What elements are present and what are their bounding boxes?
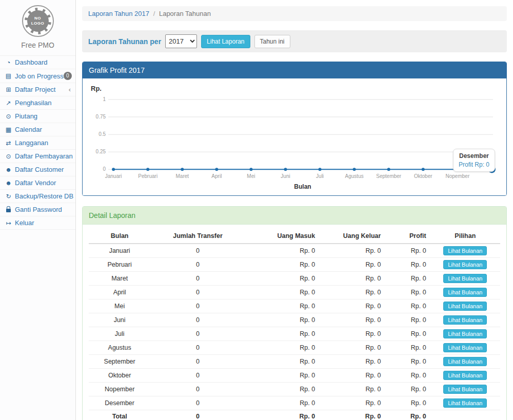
table-row: Maret 0 Rp. 0 Rp. 0 Rp. 0 Lihat Bulanan <box>89 272 500 286</box>
count-badge: 0 <box>64 72 72 80</box>
total-label: Total <box>89 410 150 420</box>
cell-uang-masuk: Rp. 0 <box>245 383 319 396</box>
sidebar-item-daftar-customer[interactable]: ☻ Daftar Customer <box>0 163 75 176</box>
view-report-button[interactable]: Lihat Laporan <box>201 35 250 48</box>
table-row: Desember 0 Rp. 0 Rp. 0 Rp. 0 Lihat Bulan… <box>89 396 500 410</box>
sidebar-item-job-on-progress[interactable]: ▤ Job on Progress 0 <box>0 69 75 83</box>
view-monthly-button[interactable]: Lihat Bulanan <box>443 329 487 338</box>
data-point[interactable] <box>146 168 149 171</box>
x-tick-label: Januari <box>105 173 122 179</box>
view-monthly-button[interactable]: Lihat Bulanan <box>443 288 487 297</box>
year-select[interactable]: 2017 <box>165 34 197 48</box>
sidebar-item-piutang[interactable]: ⊙ Piutang <box>0 110 75 123</box>
cell-profit: Rp. 0 <box>385 299 430 313</box>
data-point[interactable] <box>353 168 356 171</box>
chart-tooltip: Desember Profit Rp: 0 <box>453 149 495 172</box>
cell-profit: Rp. 0 <box>385 396 430 410</box>
cell-bulan: September <box>89 355 150 369</box>
cell-profit: Rp. 0 <box>385 258 430 272</box>
sidebar-item-daftar-pembayaran[interactable]: ⊙ Daftar Pembayaran <box>0 150 75 163</box>
x-tick-label: April <box>211 173 222 179</box>
sidebar-item-daftar-project[interactable]: ⊞ Daftar Project ‹ <box>0 83 75 96</box>
cell-uang-keluar: Rp. 0 <box>319 341 385 355</box>
table-row: September 0 Rp. 0 Rp. 0 Rp. 0 Lihat Bula… <box>89 355 500 369</box>
sidebar-item-label: Ganti Password <box>15 206 62 213</box>
x-tick-label: Pebruari <box>138 173 157 179</box>
logo-text-line2: LOGO <box>31 21 45 26</box>
sidebar-item-backup-restore-db[interactable]: ↻ Backup/Restore DB <box>0 190 75 203</box>
x-tick-label: Juni <box>281 173 290 179</box>
table-total-row: Total 0 Rp. 0 Rp. 0 Rp. 0 <box>89 410 500 420</box>
cell-uang-masuk: Rp. 0 <box>245 258 319 272</box>
cell-profit: Rp. 0 <box>385 355 430 369</box>
cell-bulan: Maret <box>89 272 150 286</box>
calendar-icon: ▦ <box>5 126 12 133</box>
header-pilihan: Pilihan <box>430 229 500 244</box>
cell-bulan: Pebruari <box>89 258 150 272</box>
data-point[interactable] <box>249 168 252 171</box>
cell-bulan: Desember <box>89 396 150 410</box>
view-monthly-button[interactable]: Lihat Bulanan <box>443 274 487 283</box>
view-monthly-button[interactable]: Lihat Bulanan <box>443 343 487 352</box>
cell-jumlah-transfer: 0 <box>150 299 245 313</box>
table-icon: ⊞ <box>5 86 12 93</box>
cell-uang-keluar: Rp. 0 <box>319 244 385 258</box>
sidebar-item-label: Penghasilan <box>15 99 52 107</box>
sidebar-item-dashboard[interactable]: ◔ Dashboard <box>0 56 75 69</box>
sidebar-item-label: Daftar Vendor <box>15 179 56 187</box>
total-uang-keluar: Rp. 0 <box>319 410 385 420</box>
sidebar-item-keluar[interactable]: ↦ Keluar <box>0 216 75 230</box>
data-point[interactable] <box>422 168 425 171</box>
cell-bulan: Mei <box>89 299 150 313</box>
view-monthly-button[interactable]: Lihat Bulanan <box>443 260 487 269</box>
view-monthly-button[interactable]: Lihat Bulanan <box>443 371 487 380</box>
view-monthly-button[interactable]: Lihat Bulanan <box>443 302 487 311</box>
sidebar-item-penghasilan[interactable]: ↗ Penghasilan <box>0 96 75 110</box>
cell-uang-masuk: Rp. 0 <box>245 369 319 383</box>
view-monthly-button[interactable]: Lihat Bulanan <box>443 246 487 255</box>
table-row: Juli 0 Rp. 0 Rp. 0 Rp. 0 Lihat Bulanan <box>89 327 500 341</box>
table-row: Oktober 0 Rp. 0 Rp. 0 Rp. 0 Lihat Bulana… <box>89 369 500 383</box>
view-monthly-button[interactable]: Lihat Bulanan <box>443 398 487 408</box>
breadcrumb-link-laporan-tahun[interactable]: Laporan Tahun 2017 <box>88 10 149 17</box>
table-row: Pebruari 0 Rp. 0 Rp. 0 Rp. 0 Lihat Bulan… <box>89 258 500 272</box>
sidebar-item-langganan[interactable]: ⇄ Langganan <box>0 136 75 150</box>
x-tick-label: Oktober <box>414 173 432 179</box>
sidebar-item-daftar-vendor[interactable]: ☻ Daftar Vendor <box>0 176 75 190</box>
cell-jumlah-transfer: 0 <box>150 341 245 355</box>
data-point[interactable] <box>181 168 184 171</box>
table-header-row: Bulan Jumlah Transfer Uang Masuk Uang Ke… <box>89 229 500 244</box>
sidebar-item-label: Job on Progress <box>15 72 64 80</box>
chart-tooltip-value: Profit Rp: 0 <box>459 161 489 168</box>
page: NO LOGO Free PMO ◔ Dashboard ▤ Job on Pr… <box>0 0 513 420</box>
data-point[interactable] <box>215 168 218 171</box>
data-point[interactable] <box>284 168 287 171</box>
cell-jumlah-transfer: 0 <box>150 313 245 327</box>
sidebar-item-label: Daftar Customer <box>15 166 64 173</box>
view-monthly-button[interactable]: Lihat Bulanan <box>443 315 487 325</box>
users-icon: ☻ <box>5 166 12 173</box>
table-row: Januari 0 Rp. 0 Rp. 0 Rp. 0 Lihat Bulana… <box>89 244 500 258</box>
sidebar-item-label: Daftar Pembayaran <box>15 152 73 160</box>
detail-report-panel: Detail Laporan Bulan Jumlah Transfer Uan… <box>82 206 507 420</box>
sidebar-item-label: Calendar <box>15 126 42 133</box>
data-point[interactable] <box>387 168 390 171</box>
cell-uang-keluar: Rp. 0 <box>319 286 385 299</box>
list-icon: ▤ <box>5 72 12 79</box>
x-tick-label: September <box>376 173 402 179</box>
logo-block: NO LOGO Free PMO <box>0 0 75 55</box>
y-tick-label: 0 <box>103 166 106 172</box>
header-profit: Profit <box>385 229 430 244</box>
total-jumlah-transfer: 0 <box>150 410 245 420</box>
this-year-button[interactable]: Tahun ini <box>254 35 290 48</box>
view-monthly-button[interactable]: Lihat Bulanan <box>443 385 487 394</box>
data-point[interactable] <box>112 168 115 171</box>
cell-profit: Rp. 0 <box>385 369 430 383</box>
money-icon: ⊙ <box>5 113 12 120</box>
profit-line-chart: 00.250.50.751JanuariPebruariMaretAprilMe… <box>89 92 500 192</box>
data-point[interactable] <box>319 168 322 171</box>
sidebar-item-calendar[interactable]: ▦ Calendar <box>0 123 75 136</box>
view-monthly-button[interactable]: Lihat Bulanan <box>443 357 487 366</box>
header-uang-keluar: Uang Keluar <box>319 229 385 244</box>
sidebar-item-ganti-password[interactable]: Ganti Password <box>0 203 75 216</box>
